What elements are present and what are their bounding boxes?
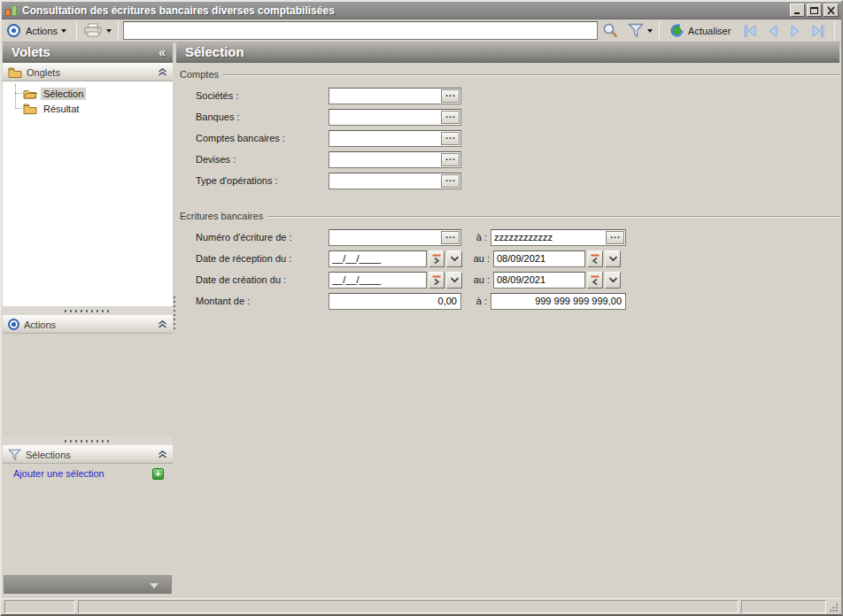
montant-de-input[interactable] xyxy=(329,293,461,310)
date-reception-au-field xyxy=(493,250,585,267)
field-label: Numéro d'écriture de : xyxy=(196,232,329,243)
chevron-down-icon xyxy=(106,29,112,33)
date-reception-du-field xyxy=(329,250,427,267)
nav-next-button[interactable] xyxy=(785,21,805,41)
field-label: Type d'opérations : xyxy=(196,175,329,186)
field-label: Comptes bancaires : xyxy=(196,133,329,143)
montant-a-input[interactable] xyxy=(491,293,626,310)
actions-section-header[interactable]: Actions xyxy=(3,315,173,334)
date-reception-au-input[interactable] xyxy=(494,253,584,264)
date-creation-au-input[interactable] xyxy=(494,274,584,285)
date-copy-forward-button[interactable] xyxy=(429,250,445,267)
search-button[interactable] xyxy=(600,21,621,41)
chevron-down-icon xyxy=(608,256,618,262)
field-row-devises: Devises : ... xyxy=(180,149,839,170)
selections-section-body xyxy=(3,481,173,575)
date-copy-back-button[interactable] xyxy=(587,250,603,267)
banques-field: ... xyxy=(329,109,461,126)
societes-input[interactable] xyxy=(330,89,441,103)
comptes-bancaires-field: ... xyxy=(329,130,461,147)
minimize-button[interactable] xyxy=(790,4,805,17)
sidebar-splitter[interactable] xyxy=(3,306,173,315)
numero-a-input[interactable] xyxy=(492,231,606,244)
orange-next-icon xyxy=(431,253,442,265)
window-controls xyxy=(790,4,839,17)
date-creation-du-input[interactable] xyxy=(329,274,426,285)
field-label: Montant de : xyxy=(196,296,329,306)
window-title: Consultation des écritures bancaires div… xyxy=(22,4,790,17)
chevron-down-icon xyxy=(61,29,66,33)
tree-item-selection[interactable]: Sélection xyxy=(3,86,173,101)
tree-item-resultat[interactable]: Résultat xyxy=(3,101,173,116)
comptes-bancaires-lookup-button[interactable]: ... xyxy=(441,132,460,145)
ecritures-group-label: Ecritures bancaires xyxy=(180,211,263,221)
field-label: Date de réception du : xyxy=(196,253,329,264)
numero-a-lookup-button[interactable]: ... xyxy=(606,231,624,244)
banques-lookup-button[interactable]: ... xyxy=(441,111,460,124)
filter-dropdown-button[interactable] xyxy=(646,21,654,41)
numero-de-input[interactable] xyxy=(330,231,441,244)
date-reception-du-dropdown-button[interactable] xyxy=(446,250,462,267)
actions-menu-button[interactable]: Actions xyxy=(20,21,72,41)
panel-splitter[interactable] xyxy=(173,42,176,598)
splitter-dots-icon xyxy=(65,310,111,312)
tree-item-label: Sélection xyxy=(41,88,86,100)
print-dropdown-button[interactable] xyxy=(104,21,113,41)
date-copy-forward-button[interactable] xyxy=(429,272,445,289)
type-operations-input[interactable] xyxy=(330,174,441,188)
refresh-button[interactable]: Actualiser xyxy=(664,21,736,41)
sidebar-collapse-bar[interactable] xyxy=(4,575,172,594)
date-reception-au-dropdown-button[interactable] xyxy=(605,250,621,267)
date-reception-du-input[interactable] xyxy=(329,253,426,264)
resize-grip[interactable] xyxy=(829,602,839,612)
devises-input[interactable] xyxy=(330,153,441,166)
selections-section-label: Sélections xyxy=(26,450,71,460)
sidebar-splitter[interactable] xyxy=(3,436,173,445)
nav-first-button[interactable] xyxy=(739,21,761,41)
main-panel-header: Sélection xyxy=(176,42,839,63)
maximize-button[interactable] xyxy=(807,4,822,17)
toolbar: Actions xyxy=(2,19,841,42)
nav-first-icon xyxy=(741,24,759,38)
type-operations-lookup-button[interactable]: ... xyxy=(441,174,460,188)
status-bar xyxy=(2,598,841,614)
maximize-icon xyxy=(809,6,819,15)
collapse-panel-icon[interactable]: « xyxy=(159,46,166,58)
group-separator-line xyxy=(223,74,839,75)
range-to-label: à : xyxy=(463,296,487,306)
nav-last-button[interactable] xyxy=(808,21,829,41)
sidebar-panel-header: Volets « xyxy=(3,42,173,63)
app-icon xyxy=(5,4,18,16)
devises-lookup-button[interactable]: ... xyxy=(441,153,460,166)
add-selection-link[interactable]: Ajouter une sélection xyxy=(13,468,104,479)
field-row-societes: Sociétés : ... xyxy=(180,85,839,106)
close-button[interactable] xyxy=(824,4,839,17)
date-creation-du-dropdown-button[interactable] xyxy=(446,272,462,289)
field-row-numero-ecriture: Numéro d'écriture de : ... à : ... xyxy=(180,227,839,248)
splitter-dots-icon xyxy=(174,296,175,330)
date-creation-au-dropdown-button[interactable] xyxy=(605,272,621,289)
toolbar-separator xyxy=(659,22,660,40)
nav-previous-button[interactable] xyxy=(763,21,783,41)
add-selection-button[interactable]: + xyxy=(152,468,164,480)
filter-button[interactable] xyxy=(626,21,646,41)
date-copy-back-button[interactable] xyxy=(587,272,603,289)
type-operations-field: ... xyxy=(329,173,461,189)
comptes-group: Comptes Sociétés : ... Banques : xyxy=(180,69,839,191)
range-to-label: au : xyxy=(466,253,490,264)
search-input[interactable] xyxy=(123,21,598,40)
resize-grip-icon xyxy=(829,602,839,612)
add-selection-row: Ajouter une sélection + xyxy=(3,464,173,481)
selections-section-header[interactable]: Sélections xyxy=(3,445,173,464)
app-window: Consultation des écritures bancaires div… xyxy=(0,0,843,616)
societes-lookup-button[interactable]: ... xyxy=(441,89,460,103)
onglets-section-header[interactable]: Onglets xyxy=(3,63,173,81)
comptes-bancaires-input[interactable] xyxy=(330,132,441,145)
field-row-comptes-bancaires: Comptes bancaires : ... xyxy=(180,127,839,149)
actions-target-icon xyxy=(7,24,20,37)
print-button[interactable] xyxy=(81,21,104,41)
banques-input[interactable] xyxy=(330,111,441,124)
chevron-down-icon xyxy=(150,583,159,589)
numero-de-lookup-button[interactable]: ... xyxy=(441,231,460,244)
field-row-type-operations: Type d'opérations : ... xyxy=(180,170,839,191)
